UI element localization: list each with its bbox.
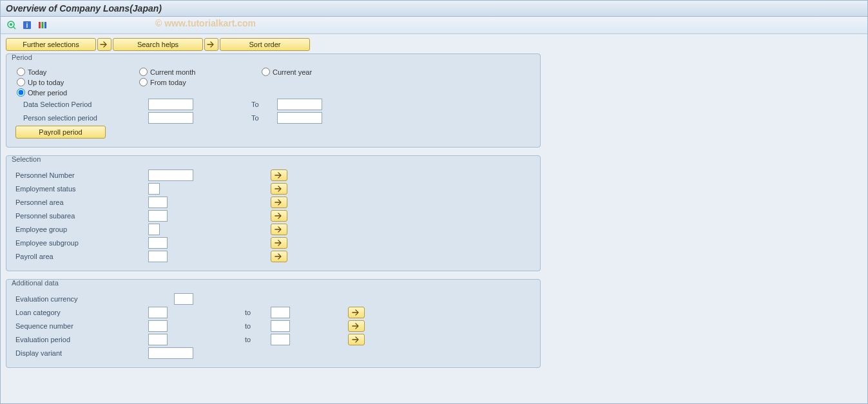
display-variant-label: Display variant xyxy=(13,349,148,357)
data-selection-period-to[interactable] xyxy=(277,99,322,110)
payroll-area-range-button[interactable] xyxy=(271,251,287,262)
radio-current-year[interactable] xyxy=(262,68,270,76)
sequence-number-label: Sequence number xyxy=(13,322,148,330)
radio-current-year-label: Current year xyxy=(273,68,312,76)
selection-group: Selection Personnel Number Employment st… xyxy=(6,155,541,271)
execute-icon[interactable] xyxy=(6,19,17,31)
personnel-number-input[interactable] xyxy=(148,169,193,181)
sort-order-button[interactable]: Sort order xyxy=(220,38,310,51)
payroll-period-button[interactable]: Payroll period xyxy=(15,126,106,139)
radio-up-to-today[interactable] xyxy=(17,78,25,86)
radio-other-period-label: Other period xyxy=(28,89,67,97)
search-helps-button[interactable]: Search helps xyxy=(113,38,203,51)
employment-status-range-button[interactable] xyxy=(271,183,287,195)
app-toolbar: i © www.tutorialkart.com xyxy=(1,17,867,34)
svg-rect-5 xyxy=(42,22,44,28)
radio-today-label: Today xyxy=(28,68,46,76)
svg-rect-6 xyxy=(44,22,46,28)
svg-point-1 xyxy=(10,23,12,26)
radio-current-month[interactable] xyxy=(139,68,148,76)
period-legend: Period xyxy=(10,53,544,61)
personnel-area-label: Personnel area xyxy=(13,198,148,206)
personnel-area-range-button[interactable] xyxy=(271,197,287,208)
data-selection-period-label: Data Selection Period xyxy=(13,101,148,108)
employment-status-label: Employment status xyxy=(13,185,148,193)
page-title: Overview of Company Loans(Japan) xyxy=(1,1,867,17)
period-group: Period Today Current month Current year … xyxy=(6,53,541,148)
search-helps-arrow-icon[interactable] xyxy=(97,38,111,51)
personnel-subarea-range-button[interactable] xyxy=(271,210,287,222)
personnel-number-label: Personnel Number xyxy=(13,171,148,179)
evaluation-period-label: Evaluation period xyxy=(13,336,148,343)
radio-other-period[interactable] xyxy=(17,88,25,97)
loan-category-from[interactable] xyxy=(148,307,168,318)
loan-category-range-button[interactable] xyxy=(348,307,365,318)
to-label-lc: to xyxy=(245,309,260,316)
radio-up-to-today-label: Up to today xyxy=(28,79,64,86)
person-selection-period-label: Person selection period xyxy=(13,114,148,122)
info-icon[interactable]: i xyxy=(21,19,33,31)
loan-category-label: Loan category xyxy=(13,309,148,316)
additional-data-group: Additional data Evaluation currency Loan… xyxy=(6,279,541,368)
additional-data-legend: Additional data xyxy=(10,279,544,287)
employee-subgroup-label: Employee subgroup xyxy=(13,239,148,247)
svg-text:i: i xyxy=(26,22,28,29)
evaluation-period-to[interactable] xyxy=(271,334,290,345)
sequence-number-to[interactable] xyxy=(271,320,290,332)
content-area: Further selections Search helps Sort ord… xyxy=(1,34,867,403)
personnel-subarea-input[interactable] xyxy=(148,210,168,222)
evaluation-currency-input[interactable] xyxy=(174,293,193,305)
variant-icon[interactable] xyxy=(37,19,48,31)
data-selection-period-from[interactable] xyxy=(148,99,193,110)
svg-rect-4 xyxy=(39,22,41,28)
employment-status-input[interactable] xyxy=(148,183,160,195)
further-selections-button[interactable]: Further selections xyxy=(6,38,96,51)
employee-group-input[interactable] xyxy=(148,224,160,235)
to-label-ep: to xyxy=(245,336,260,343)
display-variant-input[interactable] xyxy=(148,347,193,359)
evaluation-period-range-button[interactable] xyxy=(348,334,365,345)
payroll-area-input[interactable] xyxy=(148,251,168,262)
employee-group-label: Employee group xyxy=(13,226,148,233)
radio-from-today-label: From today xyxy=(150,79,186,86)
person-selection-period-to[interactable] xyxy=(277,112,322,124)
to-label-2: To xyxy=(251,114,267,122)
app-window: Overview of Company Loans(Japan) i © www… xyxy=(0,0,868,404)
person-selection-period-from[interactable] xyxy=(148,112,193,124)
radio-today[interactable] xyxy=(17,68,25,76)
evaluation-period-from[interactable] xyxy=(148,334,168,345)
to-label: To xyxy=(251,101,267,108)
sequence-number-from[interactable] xyxy=(148,320,168,332)
sequence-number-range-button[interactable] xyxy=(348,320,365,332)
personnel-number-range-button[interactable] xyxy=(271,169,287,181)
employee-subgroup-range-button[interactable] xyxy=(271,237,287,249)
employee-group-range-button[interactable] xyxy=(271,224,287,235)
payroll-area-label: Payroll area xyxy=(13,253,148,260)
employee-subgroup-input[interactable] xyxy=(148,237,168,249)
watermark-text: © www.tutorialkart.com xyxy=(155,18,256,28)
loan-category-to[interactable] xyxy=(271,307,290,318)
personnel-area-input[interactable] xyxy=(148,197,168,208)
personnel-subarea-label: Personnel subarea xyxy=(13,212,148,220)
evaluation-currency-label: Evaluation currency xyxy=(13,295,174,303)
radio-from-today[interactable] xyxy=(139,78,148,86)
selection-button-bar: Further selections Search helps Sort ord… xyxy=(6,38,862,51)
to-label-sn: to xyxy=(245,322,260,330)
sort-order-arrow-icon[interactable] xyxy=(204,38,218,51)
radio-current-month-label: Current month xyxy=(150,68,195,76)
selection-legend: Selection xyxy=(10,155,544,163)
